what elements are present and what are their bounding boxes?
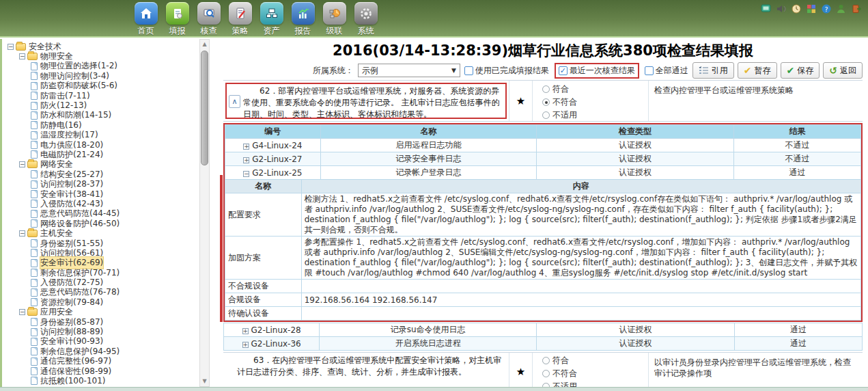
nav-label: 首页 [138,25,154,37]
tree-item-folder[interactable]: −安全技术 [2,42,199,51]
check-detail-table: 名称内容 配置要求 检测方法 1、redhat5.x之前查看文件 /etc/sy… [225,179,861,321]
detail-row: 不合规设备 [225,280,861,293]
sidebar-scrollbar[interactable]: ▲ ▼ [199,39,210,387]
system-label: 所属系统： [313,65,354,77]
back-button[interactable]: ↺ 返回 [823,62,863,79]
radio-icon[interactable] [542,357,550,364]
nav-item-asset[interactable]: 资产 [257,2,286,37]
document-icon [31,358,38,366]
check-result: 不通过 [733,152,860,166]
folder-icon [27,308,38,316]
radio-option-符合[interactable]: 符合 [542,355,648,366]
radio-option-符合[interactable]: 符合 [542,83,648,95]
draft-icon: ✔ [744,65,752,76]
radio-option-不适用[interactable]: 不适用 [542,381,648,388]
collapse-toggle-icon[interactable]: − [19,309,25,315]
cite-icon [699,66,709,75]
document-icon [31,239,38,247]
user-icon[interactable] [836,3,846,14]
radio-icon[interactable] [542,98,550,106]
radio-icon[interactable] [542,85,550,93]
speaker-icon[interactable] [776,3,786,14]
nav-item-fill[interactable]: 填报 [163,2,192,37]
folder-icon [27,230,38,237]
detail-content: 检测方法 1、redhat5.x之前查看文件 /etc/syslog.conf、… [301,193,860,237]
radio-option-不符合[interactable]: 不符合 [542,96,648,108]
tree-item-leaf[interactable]: 资源控制(79-84) [2,297,199,307]
radio-option-不适用[interactable]: 不适用 [542,109,648,121]
check-result-row[interactable]: +G2-Linux-27 记录安全事件日志 认证授权 不通过 [225,152,861,166]
tree-item-leaf[interactable]: 网络设备防护(46-50) [2,219,199,228]
nav-item-cascade[interactable]: 级联 [320,2,349,37]
scrollbar-thumb[interactable] [201,51,208,165]
nav-label: 填报 [169,25,186,37]
collapse-toggle-icon[interactable]: − [19,161,25,167]
system-select[interactable]: 示例 ▼ [358,64,460,77]
document-icon [31,72,38,80]
button-label: 返回 [840,65,856,77]
tree-item-label: 抗抵赖(100-101) [40,375,106,387]
checkbox-group: 使用已完成填报结果✓ 最近一次核查结果 全部通过 [464,63,688,79]
help-icon[interactable]: ? [821,3,831,14]
draft-button[interactable]: ✔ 暂存 [738,62,777,79]
radio-icon[interactable] [542,111,550,119]
question-62-note: 检查内控管理平台或运维管理系统策略 [648,81,863,121]
document-icon [31,150,38,159]
checkbox-pass-all[interactable]: 全部通过 [645,65,688,77]
scroll-up-arrow[interactable]: ▲ [200,40,209,49]
save-button[interactable]: ✔ 保存 [781,62,820,79]
expand-icon[interactable]: + [243,144,249,150]
logout-icon[interactable] [851,3,861,14]
expand-icon[interactable]: + [243,157,249,163]
nav-item-inspect[interactable]: 核查 [194,2,223,37]
tree-item-leaf[interactable]: 防水和防潮(14-15) [2,111,199,120]
expand-icon[interactable]: + [242,342,249,348]
tree-item-leaf[interactable]: 抗抵赖(100-101) [2,376,199,386]
screen-icon[interactable] [761,3,771,14]
cite-button[interactable]: 引用 [692,62,734,79]
checkbox-icon[interactable] [464,66,473,75]
document-icon [31,82,38,90]
tree-item-leaf[interactable]: 防雷击(7-11) [2,91,199,100]
document-icon [31,338,38,346]
nav-item-policy[interactable]: 策略 [225,2,255,37]
radio-option-不符合[interactable]: 不符合 [542,368,648,379]
checkbox-icon[interactable]: ✓ [559,66,568,75]
document-icon [31,111,38,120]
check-result-row[interactable]: −G2-Linux-25 记录帐户登录日志 认证授权 通过 [225,166,861,180]
button-label: 引用 [712,65,728,77]
check-result-row[interactable]: +G2-Linux-28 记录su命令使用日志 认证授权 通过 [224,323,863,337]
check-name: 记录su命令使用日志 [320,323,537,337]
collapse-toggle-icon[interactable]: − [19,230,25,237]
tree-item-leaf[interactable]: 电磁防护(21-24) [2,150,199,159]
check-result: 通过 [733,166,860,180]
expand-icon[interactable]: + [242,328,249,334]
palette-icon[interactable] [806,3,816,14]
checkbox-icon[interactable] [645,66,654,75]
checkbox-use-completed[interactable]: 使用已完成填报结果 [464,65,549,77]
question-63-text: 63．在内控管理平台或运维管理系统中配置安全审计策略，对主机审计日志进行分类、排… [237,355,507,387]
checkbox-latest-check[interactable]: ✓ 最近一次核查结果 [555,63,639,79]
question-63-options: 符合 不符合 不适用 [532,353,648,387]
controls-bar: 所属系统： 示例 ▼ 使用已完成填报结果✓ 最近一次核查结果 全部通过 引用✔ … [223,61,863,80]
document-icon [31,131,38,139]
collapse-icon[interactable]: − [243,171,249,177]
document-icon [31,279,38,287]
detail-content [301,307,860,321]
scroll-down-arrow[interactable]: ▼ [200,377,209,386]
collapse-toggle-icon[interactable]: − [19,53,25,59]
tree-item-leaf[interactable]: 防盗窃和防破坏(5-6) [2,81,199,91]
check-result-row[interactable]: +G4-Linux-24 启用远程日志功能 认证授权 不通过 [225,139,861,152]
collapse-button[interactable]: ∧ [229,95,240,108]
clock-icon[interactable] [791,3,801,14]
nav-item-report[interactable]: 报告 [288,2,318,37]
nav-item-home[interactable]: 首页 [131,2,160,37]
check-result-row[interactable]: +G2-Linux-36 开启系统日志进程 认证授权 通过 [224,337,863,351]
collapse-toggle-icon[interactable]: − [8,44,14,50]
tree-item-leaf[interactable]: 防静电(16) [2,120,199,130]
radio-icon[interactable] [542,370,550,377]
document-icon [31,298,38,306]
nav-item-system[interactable]: 系统 [351,2,380,37]
chevron-down-icon: ▼ [451,67,456,74]
document-icon [31,347,38,355]
